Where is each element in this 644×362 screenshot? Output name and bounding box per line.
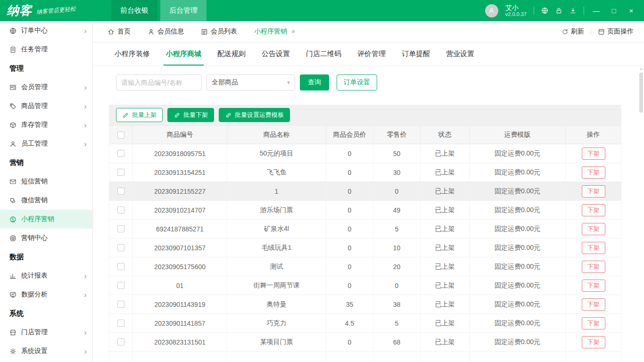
operation-cell: 下架	[566, 163, 621, 181]
retail-price-cell: 20	[373, 257, 421, 276]
order-settings-button[interactable]: 订单设置	[337, 74, 377, 90]
row-checkbox[interactable]	[117, 150, 124, 157]
row-checkbox[interactable]	[117, 169, 124, 176]
sidebar-item-wechat-marketing[interactable]: 微信营销	[0, 191, 92, 210]
off-shelf-button[interactable]: 下架	[582, 204, 605, 216]
row-checkbox[interactable]	[117, 188, 124, 195]
select-all-checkbox[interactable]	[117, 132, 124, 139]
tab-order-reminder[interactable]: 订单提醒	[394, 42, 438, 66]
product-name-cell: 巧克力	[227, 314, 326, 332]
close-tab-icon[interactable]: ×	[291, 28, 295, 35]
shipping-template-cell: 固定运费0.00元	[470, 295, 566, 313]
row-checkbox[interactable]	[117, 263, 124, 270]
sidebar-item-data-analysis[interactable]: 数据分析›	[0, 285, 92, 304]
breadcrumb-tab-member-info[interactable]: 会员信息	[148, 27, 184, 36]
off-shelf-button[interactable]: 下架	[582, 242, 605, 254]
sidebar-item-inventory-management[interactable]: 库存管理›	[0, 115, 92, 134]
row-checkbox[interactable]	[117, 206, 124, 214]
row-checkbox[interactable]	[117, 225, 124, 232]
row-checkbox[interactable]	[117, 282, 124, 289]
off-shelf-button[interactable]: 下架	[582, 317, 605, 329]
column-header: 商品编号	[133, 126, 227, 144]
refresh-button[interactable]: 刷新	[561, 27, 584, 36]
off-shelf-button[interactable]: 下架	[582, 261, 605, 273]
sidebar-item-order-center[interactable]: 订单中心›	[0, 21, 92, 40]
page-operations-label: 页面操作	[607, 27, 634, 36]
tab-store-qrcode[interactable]: 门店二维码	[298, 42, 349, 66]
top-nav-backend-admin[interactable]: 后台管理	[160, 0, 206, 21]
globe-icon[interactable]	[541, 7, 548, 14]
checkbox-cell	[109, 239, 133, 257]
batch-shipping-template-button[interactable]: 批量设置运费模板	[219, 108, 290, 122]
off-shelf-button[interactable]: 下架	[582, 298, 605, 311]
checkbox-cell	[109, 144, 133, 163]
top-nav-front-cashier[interactable]: 前台收银	[111, 0, 157, 21]
maximize-button[interactable]: □	[609, 7, 619, 15]
off-shelf-button[interactable]: 下架	[582, 280, 605, 292]
sidebar-item-staff-management[interactable]: 员工管理›	[0, 134, 92, 153]
scroll-up-icon[interactable]: ▲	[639, 67, 644, 70]
sidebar-item-label: 小程序营销	[21, 215, 54, 223]
row-checkbox[interactable]	[117, 301, 124, 308]
search-input[interactable]	[116, 74, 202, 90]
status-cell: 已上架	[421, 352, 470, 362]
off-shelf-button[interactable]: 下架	[582, 336, 605, 348]
sidebar-item-system-settings[interactable]: 系统设置›	[0, 342, 92, 361]
download-icon[interactable]	[570, 7, 577, 14]
chevron-right-icon: ›	[84, 329, 87, 337]
brand-area: 纳客 纳客管店更轻松	[0, 0, 111, 21]
status-cell: 已上架	[421, 239, 470, 257]
status-cell: 已上架	[421, 182, 470, 200]
sidebar-item-sms-marketing[interactable]: 短信营销	[0, 172, 92, 191]
avatar[interactable]	[485, 4, 498, 17]
breadcrumb-tab-label: 会员列表	[211, 27, 237, 36]
query-button[interactable]: 查询	[300, 74, 329, 90]
row-checkbox[interactable]	[117, 338, 124, 346]
scrollbar-thumb[interactable]	[639, 73, 643, 113]
page-operations-button[interactable]: 页面操作	[598, 27, 634, 36]
breadcrumb-tab-member-list[interactable]: 会员列表	[201, 27, 237, 36]
sidebar-item-task-management[interactable]: 任务管理	[0, 40, 92, 59]
analysis-icon	[9, 291, 17, 298]
breadcrumb-tab-home[interactable]: 首页	[107, 27, 131, 36]
table-row: 20230823131501某项目门票068已上架固定运费0.00元下架	[109, 333, 621, 352]
sidebar-item-label: 商品管理	[21, 102, 48, 110]
operation-cell: 下架	[566, 239, 621, 257]
status-cell: 已上架	[421, 220, 470, 238]
sidebar-item-store-management[interactable]: 门店管理›	[0, 323, 92, 342]
tab-delivery-rules[interactable]: 配送规则	[209, 42, 254, 66]
batch-off-shelf-button[interactable]: 批量下架	[167, 108, 214, 122]
staff-icon	[9, 140, 17, 148]
close-button[interactable]: ×	[626, 7, 636, 15]
tab-miniapp-decoration[interactable]: 小程序装修	[107, 42, 158, 66]
table-row: 01街舞一周两节课00已上架固定运费0.00元下架	[109, 276, 621, 295]
row-checkbox[interactable]	[117, 244, 124, 251]
retail-price-cell	[373, 352, 421, 362]
tab-business-settings[interactable]: 营业设置	[438, 42, 482, 66]
off-shelf-button[interactable]: 下架	[582, 185, 605, 197]
sidebar-item-product-management[interactable]: 商品管理›	[0, 97, 92, 115]
sidebar-item-member-management[interactable]: 会员管理›	[0, 78, 92, 97]
off-shelf-button[interactable]: 下架	[582, 166, 605, 179]
breadcrumb-tab-miniapp-marketing[interactable]: 小程序营销×	[254, 27, 295, 36]
off-shelf-button[interactable]: 下架	[582, 223, 605, 235]
checkbox-cell	[109, 163, 133, 181]
batch-on-shelf-button[interactable]: 批量上架	[116, 108, 163, 122]
row-checkbox[interactable]	[117, 320, 124, 327]
tab-announcement-settings[interactable]: 公告设置	[254, 42, 298, 66]
off-shelf-button[interactable]: 下架	[582, 148, 605, 160]
minimize-button[interactable]: —	[591, 7, 602, 15]
vertical-scrollbar[interactable]: ▲	[639, 67, 644, 361]
sidebar-item-marketing-center[interactable]: 营销中心	[0, 229, 92, 247]
category-select[interactable]: 全部商品 ▾	[206, 74, 295, 90]
sidebar-item-miniapp-marketing[interactable]: 小程序营销	[0, 210, 92, 229]
lock-icon[interactable]	[555, 7, 562, 14]
tab-miniapp-mall[interactable]: 小程序商城	[158, 42, 209, 66]
column-header: 商品会员价	[326, 126, 373, 144]
sidebar-item-statistics-report[interactable]: 统计报表›	[0, 266, 92, 285]
pencil-icon	[122, 112, 129, 119]
product-name-cell: 某项目门票	[227, 333, 326, 351]
tab-review-management[interactable]: 评价管理	[349, 42, 394, 66]
retail-price-cell: 0	[373, 276, 421, 295]
breadcrumb-tab-label: 首页	[117, 27, 131, 36]
